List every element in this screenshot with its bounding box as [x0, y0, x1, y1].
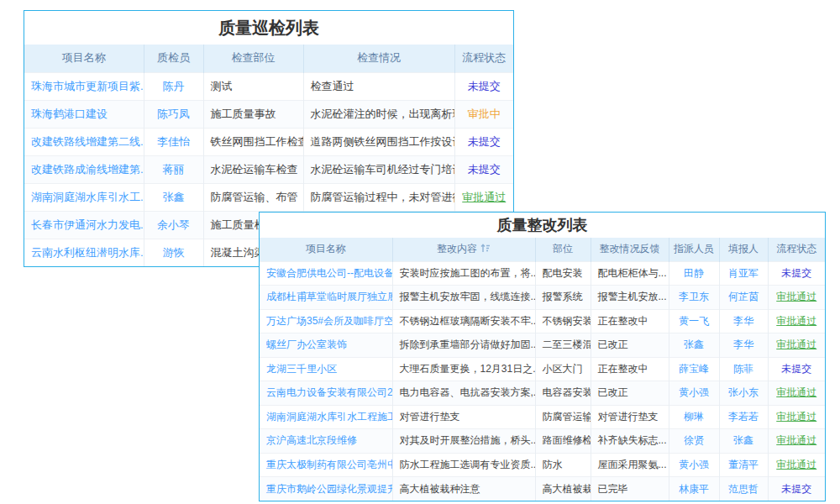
project-link[interactable]: 改建铁路线增建第二线...: [31, 135, 144, 148]
reporter-link[interactable]: 范思哲: [728, 483, 759, 495]
inspector-link[interactable]: 蒋丽: [163, 163, 185, 176]
header-row: 项目名称质检员检查部位检查情况流程状态: [24, 45, 513, 72]
part-cell: 报警系统: [535, 286, 591, 310]
column-header-situation: 检查情况: [303, 45, 454, 72]
inspection-situation-cell: 检查通过: [303, 72, 454, 100]
project-link[interactable]: 重庆市鹅岭公园绿化景观提升...: [266, 483, 392, 495]
reporter-link[interactable]: 张鑫: [733, 434, 753, 446]
project-name-cell: 云南水利枢纽潜明水库...: [24, 239, 144, 266]
table-row: 京沪高速北京段维修对其及时开展整治措施，桥头...路面维修检...补齐缺失标志.…: [260, 429, 825, 454]
column-header-project: 项目名称: [24, 45, 144, 72]
status-text[interactable]: 审批通过: [776, 339, 816, 350]
reporter-link[interactable]: 李若若: [728, 411, 759, 423]
status-text[interactable]: 审批通过: [776, 459, 816, 470]
column-header-label: 流程状态: [776, 243, 816, 255]
project-link[interactable]: 龙湖三千里小区: [266, 363, 337, 375]
assignee-link[interactable]: 徐贤: [684, 434, 704, 446]
column-header-label: 指派人员: [674, 243, 714, 255]
assignee-link[interactable]: 张鑫: [684, 339, 704, 350]
reporter-link[interactable]: 陈菲: [733, 363, 753, 375]
column-header-label: 检查部位: [232, 51, 276, 64]
project-link[interactable]: 万达广场35#会所及咖啡厅空...: [266, 315, 392, 327]
workflow-status-cell: 审批通过: [768, 286, 825, 310]
part-cell: 电容器安装...: [535, 381, 591, 406]
assignee-link[interactable]: 李卫东: [679, 291, 709, 302]
inspector-cell: 游恢: [144, 239, 203, 266]
table-row: 云南电力设备安装有限公司20...电力电容器、电抗器安装方案,...电容器安装.…: [260, 381, 825, 406]
project-link[interactable]: 湖南洞庭湖水库引水工程施工标: [266, 411, 392, 423]
rectification-table-title: 质量整改列表: [260, 213, 825, 238]
assignee-link[interactable]: 黄一飞: [679, 315, 709, 327]
status-text[interactable]: 审批通过: [776, 411, 816, 423]
status-text[interactable]: 审批通过: [776, 291, 816, 302]
project-link[interactable]: 珠海市城市更新项目紫...: [31, 80, 144, 92]
assignee-link[interactable]: 林康平: [679, 483, 709, 495]
inspector-cell: 张鑫: [144, 183, 203, 211]
project-link[interactable]: 长春市伊通河水力发电...: [31, 218, 144, 231]
rectify-content-cell: 对管进行垫支: [392, 405, 535, 429]
cell-text: 配电安装: [543, 267, 583, 279]
rectify-content-cell: 安装时应按施工图的布置，将...: [392, 261, 535, 286]
rectify-content-cell: 高大植被栽种注意: [392, 477, 535, 501]
feedback-cell: 正在整改中: [591, 309, 669, 333]
reporter-link[interactable]: 董清平: [728, 459, 759, 470]
rectify-content-cell: 报警主机安放牢固，线缆连接...: [392, 286, 535, 310]
inspector-link[interactable]: 张鑫: [163, 191, 185, 203]
status-text: 未提交: [468, 135, 501, 148]
status-text[interactable]: 审批通过: [776, 315, 816, 327]
workflow-status-cell: 未提交: [768, 357, 825, 381]
reporter-link[interactable]: 肖亚军: [728, 267, 759, 279]
workflow-status-cell: 审批中: [454, 100, 513, 128]
project-link[interactable]: 成都杜甫草堂临时展厅独立展...: [266, 291, 392, 302]
table-row: 重庆市鹅岭公园绿化景观提升...高大植被栽种注意高大植被栽种已完毕林康平范思哲未…: [260, 477, 825, 501]
cell-text: 拆除到承重墙部分请做好加固...: [400, 339, 536, 350]
project-link[interactable]: 京沪高速北京段维修: [266, 434, 357, 446]
project-link[interactable]: 改建铁路成渝线增建第...: [31, 163, 144, 176]
inspector-link[interactable]: 游恢: [163, 246, 185, 259]
project-link[interactable]: 安徽合肥供电公司--配电设备...: [266, 267, 392, 279]
reporter-link[interactable]: 李华: [733, 339, 753, 350]
cell-text: 正在整改中: [598, 315, 648, 327]
assignee-link[interactable]: 薛宝峰: [679, 363, 709, 375]
rectification-table-header: 项目名称整改内容部位整改情况反馈指派人员填报人流程状态: [260, 238, 825, 261]
status-text[interactable]: 审批通过: [776, 434, 816, 446]
reporter-link[interactable]: 何芷茵: [728, 291, 759, 302]
assignee-link[interactable]: 黄小强: [679, 459, 709, 470]
cell-text: 水泥砼灌注的时候，出现离析现象: [311, 108, 455, 120]
inspector-cell: 蒋丽: [144, 155, 203, 183]
inspector-link[interactable]: 陈巧凤: [157, 108, 190, 120]
project-link[interactable]: 云南电力设备安装有限公司20...: [266, 386, 392, 398]
part-cell: 二至三楼混...: [535, 333, 591, 358]
assignee-link[interactable]: 田静: [684, 267, 704, 279]
reporter-link[interactable]: 张小东: [728, 386, 759, 398]
assignee-cell: 李卫东: [669, 286, 719, 310]
assignee-cell: 柳琳: [669, 405, 719, 429]
part-cell: 小区大门: [535, 357, 591, 381]
column-header-content[interactable]: 整改内容: [392, 238, 535, 261]
cell-text: 报警系统: [543, 291, 583, 302]
project-link[interactable]: 湖南洞庭湖水库引水工...: [31, 191, 144, 203]
inspector-link[interactable]: 余小琴: [157, 218, 190, 231]
project-link[interactable]: 重庆太极制药有限公司亳州中...: [266, 459, 392, 470]
column-header-part: 部位: [535, 238, 591, 261]
project-link[interactable]: 螺丝厂办公室装饰: [266, 339, 347, 350]
assignee-cell: 张鑫: [669, 333, 719, 358]
rectification-table-card: 质量整改列表 项目名称整改内容部位整改情况反馈指派人员填报人流程状态 安徽合肥供…: [259, 212, 826, 501]
assignee-link[interactable]: 柳琳: [684, 411, 704, 423]
reporter-link[interactable]: 李华: [733, 315, 753, 327]
status-text[interactable]: 审批通过: [776, 386, 816, 398]
cell-text: 小区大门: [543, 363, 583, 375]
project-link[interactable]: 云南水利枢纽潜明水库...: [31, 246, 144, 259]
part-cell: 配电安装: [535, 261, 591, 286]
reporter-cell: 董清平: [719, 453, 768, 477]
inspector-link[interactable]: 李佳怡: [157, 135, 190, 148]
assignee-link[interactable]: 黄小强: [679, 386, 709, 398]
table-row: 安徽合肥供电公司--配电设备...安装时应按施工图的布置，将...配电安装配电柜…: [260, 261, 825, 286]
status-text[interactable]: 审批通过: [462, 191, 506, 203]
project-link[interactable]: 珠海鹤港口建设: [31, 108, 108, 120]
page: 质量巡检列表 项目名称质检员检查部位检查情况流程状态 珠海市城市更新项目紫...…: [0, 0, 840, 504]
part-cell: 路面维修检...: [535, 429, 591, 454]
inspector-link[interactable]: 陈丹: [163, 80, 185, 92]
status-text: 未提交: [781, 363, 811, 375]
cell-text: 水泥砼运输车司机经过专门培训...: [311, 163, 455, 176]
